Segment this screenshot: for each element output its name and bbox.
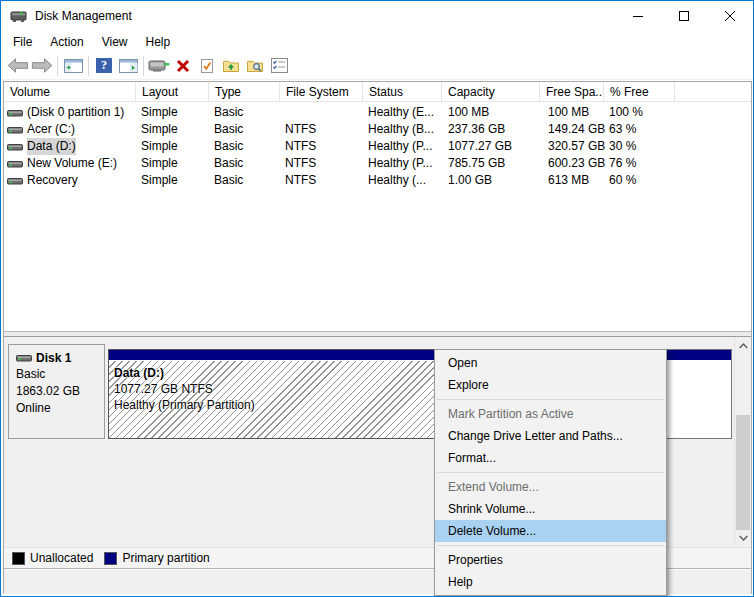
context-menu-item[interactable]: Properties [435, 549, 666, 571]
cell-status: Healthy (P... [363, 138, 446, 155]
unallocated-swatch [12, 552, 25, 565]
context-menu-item[interactable]: Change Drive Letter and Paths... [435, 425, 666, 447]
show-action-pane-button[interactable] [116, 54, 140, 78]
context-menu-item[interactable]: Format... [435, 447, 666, 469]
cell-free-space: 149.24 GB [540, 121, 611, 138]
mark-active-button[interactable] [195, 54, 219, 78]
legend-label: Primary partition [122, 551, 209, 565]
volume-icon [7, 122, 23, 138]
cell-pct-free: 76 % [604, 155, 679, 172]
close-icon [725, 11, 735, 21]
frame-border [751, 81, 752, 594]
scrollbar-thumb[interactable] [736, 415, 750, 530]
menu-separator [437, 545, 664, 546]
cell-pct-free: 60 % [604, 172, 679, 189]
forward-button[interactable] [30, 54, 54, 78]
list-header: Volume Layout Type File System Status Ca… [4, 82, 751, 103]
disk-label-panel[interactable]: Disk 1 Basic 1863.02 GB Online [8, 344, 105, 439]
table-row[interactable]: New Volume (E:) Simple Basic NTFS Health… [4, 155, 751, 172]
cell-status: Healthy (E... [363, 104, 446, 121]
legend-item-primary: Primary partition [104, 551, 209, 565]
delete-button[interactable] [171, 54, 195, 78]
menu-help[interactable]: Help [137, 33, 180, 51]
cell-layout: Simple [136, 155, 213, 172]
column-header-layout[interactable]: Layout [136, 82, 209, 102]
cell-capacity: 237.36 GB [442, 121, 545, 138]
menu-view[interactable]: View [93, 33, 137, 51]
minimize-button[interactable] [615, 1, 661, 31]
rescan-disks-button[interactable] [147, 54, 171, 78]
forward-icon [31, 58, 53, 73]
cell-status: Healthy (B... [363, 121, 446, 138]
table-row[interactable]: Acer (C:) Simple Basic NTFS Healthy (B..… [4, 121, 751, 138]
context-menu-item: Extend Volume... [435, 476, 666, 498]
context-menu-item[interactable]: Explore [435, 374, 666, 396]
toolbar-separator [88, 56, 89, 76]
table-row[interactable]: Data (D:) Simple Basic NTFS Healthy (P..… [4, 138, 751, 155]
partition-status: Healthy (Primary Partition) [114, 397, 468, 413]
column-header-free-space[interactable]: Free Spa... [540, 82, 604, 102]
vertical-scrollbar[interactable] [734, 337, 751, 547]
volume-icon [7, 173, 23, 189]
cell-volume: New Volume (E:) [27, 155, 117, 172]
disk-type: Basic [16, 366, 104, 383]
properties-button[interactable] [267, 54, 291, 78]
close-button[interactable] [707, 1, 753, 31]
cell-pct-free: 100 % [604, 104, 679, 121]
maximize-button[interactable] [661, 1, 707, 31]
cell-file-system [280, 104, 367, 121]
column-header-file-system[interactable]: File System [280, 82, 363, 102]
cell-volume: Acer (C:) [27, 121, 75, 138]
partition-body-selected: Data (D:) 1077.27 GB NTFS Healthy (Prima… [109, 361, 468, 438]
column-header-type[interactable]: Type [209, 82, 280, 102]
back-icon [7, 58, 29, 73]
partition-size-fs: 1077.27 GB NTFS [114, 381, 468, 397]
column-header-volume[interactable]: Volume [4, 82, 136, 102]
scroll-down-button[interactable] [735, 530, 751, 546]
menu-bar: File Action View Help [1, 31, 753, 52]
context-menu-item[interactable]: Shrink Volume... [435, 498, 666, 520]
volume-icon [7, 139, 23, 155]
explore-button[interactable] [243, 54, 267, 78]
cell-pct-free: 63 % [604, 121, 679, 138]
legend-label: Unallocated [30, 551, 93, 565]
context-menu-item[interactable]: Delete Volume... [435, 520, 666, 542]
cell-file-system: NTFS [280, 172, 367, 189]
context-menu: OpenExploreMark Partition as ActiveChang… [434, 349, 667, 596]
back-button[interactable] [6, 54, 30, 78]
open-button[interactable] [219, 54, 243, 78]
cell-type: Basic [209, 121, 284, 138]
menu-file[interactable]: File [4, 33, 41, 51]
folder-up-icon [222, 58, 240, 74]
column-header-capacity[interactable]: Capacity [442, 82, 540, 102]
cell-status: Healthy (P... [363, 155, 446, 172]
console-tree-icon [64, 58, 83, 74]
disk-status: Online [16, 400, 104, 417]
partition-data-d[interactable]: Data (D:) 1077.27 GB NTFS Healthy (Prima… [108, 349, 469, 439]
cell-capacity: 1.00 GB [442, 172, 545, 189]
checklist-icon [271, 58, 288, 73]
show-console-tree-button[interactable] [61, 54, 85, 78]
cell-layout: Simple [136, 172, 213, 189]
table-row[interactable]: Recovery Simple Basic NTFS Healthy (... … [4, 172, 751, 189]
table-row[interactable]: (Disk 0 partition 1) Simple Basic Health… [4, 104, 751, 121]
folder-search-icon [246, 58, 264, 74]
disk-size: 1863.02 GB [16, 383, 104, 400]
column-header-pct-free[interactable]: % Free [604, 82, 675, 102]
context-menu-item[interactable]: Help [435, 571, 666, 593]
computer-icon [148, 58, 170, 73]
cell-volume: Data (D:) [27, 138, 76, 155]
menu-action[interactable]: Action [41, 33, 92, 51]
help-button[interactable]: ? [92, 54, 116, 78]
list-rows: (Disk 0 partition 1) Simple Basic Health… [4, 104, 751, 189]
scroll-up-button[interactable] [735, 338, 751, 354]
cell-volume: (Disk 0 partition 1) [27, 104, 124, 121]
cell-file-system: NTFS [280, 138, 367, 155]
context-menu-item[interactable]: Open [435, 352, 666, 374]
disk-name: Disk 1 [36, 351, 71, 365]
column-header-status[interactable]: Status [363, 82, 442, 102]
toolbar: ? [1, 52, 753, 80]
column-header-filler [675, 82, 751, 102]
disk-icon [16, 350, 32, 366]
cell-type: Basic [209, 172, 284, 189]
